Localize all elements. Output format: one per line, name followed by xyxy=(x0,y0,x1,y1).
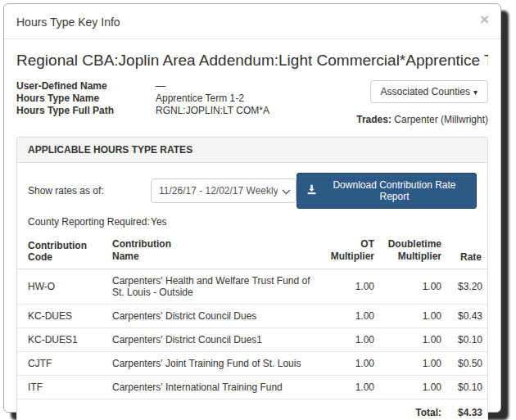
table-row: HW-O Carpenters' Health and Welfare Trus… xyxy=(17,269,487,305)
hours-type-key-info-dialog: Hours Type Key Info × Regional CBA:Jopli… xyxy=(3,3,501,413)
field-label: Hours Type Name xyxy=(16,93,156,105)
dialog-body: Regional CBA:Joplin Area Addendum:Light … xyxy=(4,39,500,420)
associated-counties-button[interactable]: Associated Counties▾ xyxy=(370,80,488,103)
cell-rate: $0.43 xyxy=(446,305,487,328)
header-doubletime-multiplier: Doubletime Multiplier xyxy=(379,233,446,269)
rate-period-select-wrap: 11/26/17 - 12/02/17 Weekly (Sund xyxy=(151,178,296,203)
header-doubletime-multiplier-text: Doubletime Multiplier xyxy=(384,238,441,263)
cell-code: KC-DUES xyxy=(17,305,107,328)
hours-type-fields: User-Defined Name — Hours Type Name Appr… xyxy=(16,80,269,125)
cell-ot: 1.00 xyxy=(320,305,379,328)
info-right-column: Associated Counties▾ Trades: Carpenter (… xyxy=(356,80,488,125)
table-head: Contribution Code Contribution Name OT M… xyxy=(17,233,487,269)
cell-dt: 1.00 xyxy=(379,305,446,328)
cell-ot: 1.00 xyxy=(320,376,379,400)
table-body: HW-O Carpenters' Health and Welfare Trus… xyxy=(17,269,487,420)
header-contribution-name: Contribution Name xyxy=(107,233,320,269)
cell-code: HW-O xyxy=(17,269,107,305)
trades-line: Trades: Carpenter (Millwright) xyxy=(356,114,488,125)
panel-heading: APPLICABLE HOURS TYPE RATES xyxy=(17,138,487,163)
associated-counties-label: Associated Counties xyxy=(381,86,470,97)
download-button-label: Download Contribution Rate Report xyxy=(322,179,467,202)
panel-body: Show rates as of: 11/26/17 - 12/02/17 We… xyxy=(17,163,487,420)
cell-name: Carpenters' District Council Dues xyxy=(107,305,320,328)
table-header-row: Contribution Code Contribution Name OT M… xyxy=(17,233,487,269)
county-reporting-row: County Reporting Required: Yes xyxy=(17,209,487,229)
trades-label: Trades: xyxy=(356,114,392,125)
cell-ot: 1.00 xyxy=(320,269,379,305)
table-row: KC-DUES Carpenters' District Council Due… xyxy=(17,305,487,328)
applicable-rates-panel: APPLICABLE HOURS TYPE RATES Show rates a… xyxy=(16,137,488,420)
show-rates-label: Show rates as of: xyxy=(28,185,151,196)
total-label: Total: xyxy=(379,400,446,420)
header-contribution-code: Contribution Code xyxy=(17,233,107,269)
show-rates-group: Show rates as of: 11/26/17 - 12/02/17 We… xyxy=(28,178,296,203)
field-value: — xyxy=(156,80,165,93)
dialog-header: Hours Type Key Info × xyxy=(4,4,500,39)
download-contribution-rate-report-button[interactable]: Download Contribution Rate Report xyxy=(296,173,477,209)
table-row: KC-DUES1 Carpenters' District Council Du… xyxy=(17,328,487,352)
header-ot-multiplier: OT Multiplier xyxy=(320,233,379,269)
cell-ot: 1.00 xyxy=(320,352,379,376)
page-title: Regional CBA:Joplin Area Addendum:Light … xyxy=(16,52,488,70)
cell-rate: $0.50 xyxy=(446,352,487,376)
cell-name: Carpenters' District Council Dues1 xyxy=(107,328,320,352)
cell-dt: 1.00 xyxy=(379,328,446,352)
cell-dt: 1.00 xyxy=(379,352,446,376)
header-rate: Rate xyxy=(446,233,487,269)
rate-period-select[interactable]: 11/26/17 - 12/02/17 Weekly (Sund xyxy=(151,178,296,203)
cell-code: KC-DUES1 xyxy=(17,328,107,352)
header-contribution-name-text: Contribution Name xyxy=(112,238,181,263)
table-total-row: Total: $4.33 xyxy=(17,400,487,420)
info-section: User-Defined Name — Hours Type Name Appr… xyxy=(16,80,488,125)
field-value: RGNL:JOPLIN:LT COM*A xyxy=(156,105,269,117)
cell-code: CJTF xyxy=(17,352,107,376)
total-value: $4.33 xyxy=(446,400,487,420)
field-value: Apprentice Term 1-2 xyxy=(156,93,244,105)
header-ot-multiplier-text: OT Multiplier xyxy=(325,238,374,263)
cell-ot: 1.00 xyxy=(320,328,379,352)
field-label: Hours Type Full Path xyxy=(16,105,156,117)
cell-code: ITF xyxy=(17,376,107,400)
cell-rate: $3.20 xyxy=(446,269,487,305)
caret-down-icon: ▾ xyxy=(473,88,478,97)
close-icon[interactable]: × xyxy=(480,11,489,27)
county-reporting-value: Yes xyxy=(151,216,167,228)
cell-name: Carpenters' International Training Fund xyxy=(107,376,320,400)
cell-dt: 1.00 xyxy=(379,376,446,400)
rates-controls-row: Show rates as of: 11/26/17 - 12/02/17 We… xyxy=(17,163,487,209)
total-spacer xyxy=(17,400,379,420)
cell-name: Carpenters' Health and Welfare Trust Fun… xyxy=(107,269,320,305)
table-row: ITF Carpenters' International Training F… xyxy=(17,376,487,400)
cell-dt: 1.00 xyxy=(379,269,446,305)
cell-rate: $0.10 xyxy=(446,376,487,400)
trades-value: Carpenter (Millwright) xyxy=(394,114,488,125)
field-hours-type-full-path: Hours Type Full Path RGNL:JOPLIN:LT COM*… xyxy=(16,105,269,117)
field-user-defined-name: User-Defined Name — xyxy=(16,80,269,93)
table-row: CJTF Carpenters' Joint Training Fund of … xyxy=(17,352,487,376)
field-label: User-Defined Name xyxy=(16,80,156,93)
download-icon xyxy=(306,184,317,197)
cell-name: Carpenters' Joint Training Fund of St. L… xyxy=(107,352,320,376)
cell-rate: $0.10 xyxy=(446,328,487,352)
contribution-rates-table: Contribution Code Contribution Name OT M… xyxy=(17,233,487,420)
field-hours-type-name: Hours Type Name Apprentice Term 1-2 xyxy=(16,93,269,105)
county-reporting-label: County Reporting Required: xyxy=(28,216,151,228)
dialog-title: Hours Type Key Info xyxy=(16,16,120,29)
